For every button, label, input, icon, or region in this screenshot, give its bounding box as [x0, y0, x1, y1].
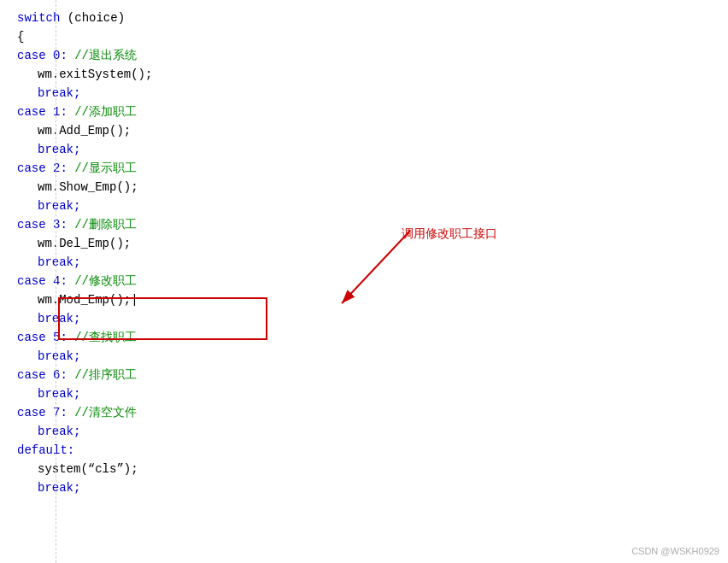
code-line: wm.Del_Emp(); — [17, 234, 728, 253]
code-line: break; — [17, 478, 728, 497]
code-line: wm.Add_Emp(); — [17, 121, 728, 140]
annotation-label: 调用修改职工接口 — [402, 226, 497, 242]
code-line: case 1: //添加职工 — [17, 103, 728, 121]
code-container: switch (choice){case 0: //退出系统wm.exitSys… — [0, 0, 728, 563]
code-line: case 6: //排序职工 — [17, 366, 728, 384]
code-line: case 0: //退出系统 — [17, 46, 728, 65]
code-line: case 5: //查找职工 — [17, 328, 728, 347]
code-line: case 7: //清空文件 — [17, 403, 728, 422]
code-line: break; — [17, 196, 728, 215]
left-border-decoration — [56, 0, 56, 563]
code-line: wm.Mod_Emp();| — [17, 290, 728, 309]
code-line: wm.exitSystem(); — [17, 65, 728, 84]
watermark: CSDN @WSKH0929 — [631, 546, 719, 556]
code-block: switch (choice){case 0: //退出系统wm.exitSys… — [17, 9, 728, 497]
code-line: break; — [17, 140, 728, 159]
code-line: break; — [17, 347, 728, 366]
code-line: break; — [17, 253, 728, 272]
code-line: { — [17, 27, 728, 46]
code-line: system(“cls”); — [17, 460, 728, 478]
code-line: break; — [17, 309, 728, 328]
code-line: wm.Show_Emp(); — [17, 178, 728, 196]
code-line: break; — [17, 422, 728, 441]
code-line: case 4: //修改职工 — [17, 272, 728, 290]
code-line: break; — [17, 84, 728, 103]
code-line: switch (choice) — [17, 9, 728, 27]
code-line: break; — [17, 384, 728, 403]
code-line: case 3: //删除职工 — [17, 215, 728, 234]
code-line: default: — [17, 441, 728, 460]
code-line: case 2: //显示职工 — [17, 159, 728, 178]
